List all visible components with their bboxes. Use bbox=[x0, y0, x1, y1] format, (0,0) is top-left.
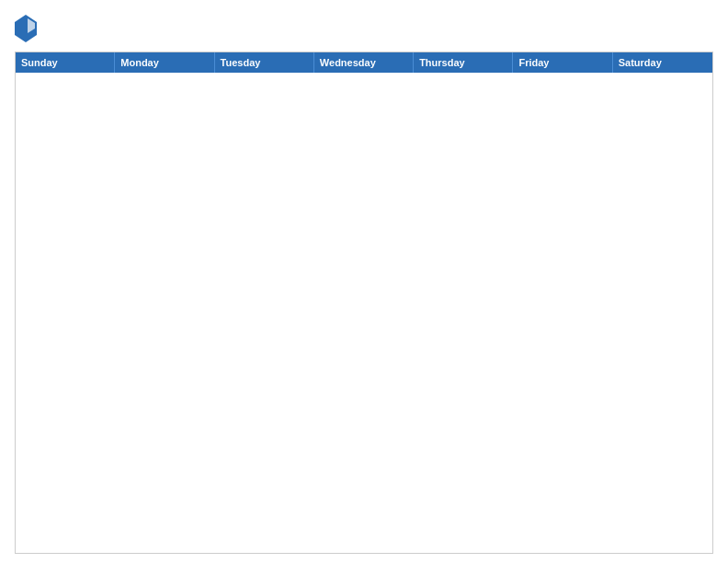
weekday-header-sunday: Sunday bbox=[16, 52, 115, 73]
header bbox=[15, 15, 713, 42]
logo-icon bbox=[15, 15, 37, 42]
weekday-header-thursday: Thursday bbox=[414, 52, 513, 73]
weekday-header-monday: Monday bbox=[115, 52, 214, 73]
logo bbox=[15, 15, 40, 42]
weekday-header-friday: Friday bbox=[513, 52, 612, 73]
weekday-header-tuesday: Tuesday bbox=[215, 52, 314, 73]
weekday-header-saturday: Saturday bbox=[613, 52, 712, 73]
page: SundayMondayTuesdayWednesdayThursdayFrid… bbox=[0, 0, 728, 563]
calendar-body bbox=[16, 73, 712, 553]
weekday-header-wednesday: Wednesday bbox=[314, 52, 414, 73]
calendar: SundayMondayTuesdayWednesdayThursdayFrid… bbox=[15, 52, 713, 554]
calendar-header-row: SundayMondayTuesdayWednesdayThursdayFrid… bbox=[16, 52, 712, 73]
